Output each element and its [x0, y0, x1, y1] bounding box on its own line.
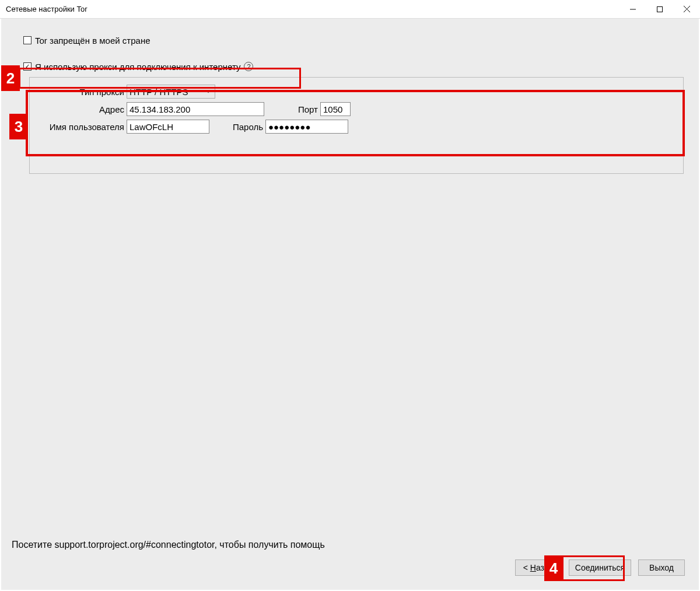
port-label: Порт: [289, 104, 318, 114]
password-label: Пароль: [223, 122, 263, 132]
port-input[interactable]: [320, 102, 351, 116]
use-proxy-label: Я использую прокси для подключения к инт…: [35, 62, 240, 72]
help-icon[interactable]: ?: [244, 62, 253, 71]
annotation-callout-2: 2: [1, 65, 20, 91]
window-controls: [620, 0, 700, 19]
svg-rect-1: [657, 6, 663, 12]
proxy-fieldset: Тип прокси HTTP / HTTPS Адрес Порт Имя п…: [29, 77, 684, 174]
footer-help-text: Посетите support.torproject.org/#connect…: [12, 540, 325, 550]
username-input[interactable]: [127, 120, 209, 134]
username-label: Имя пользователя: [36, 122, 124, 132]
close-button[interactable]: [673, 0, 700, 19]
proxy-type-select[interactable]: HTTP / HTTPS: [127, 85, 215, 99]
content-area: Tor запрещён в моей стране Я использую п…: [1, 19, 699, 590]
address-label: Адрес: [36, 104, 124, 114]
connect-button[interactable]: Соединиться: [569, 559, 631, 576]
use-proxy-row: Я использую прокси для подключения к инт…: [1, 56, 699, 77]
maximize-button[interactable]: [646, 0, 673, 19]
window-title: Сетевые настройки Tor: [6, 5, 88, 13]
proxy-type-label: Тип прокси: [36, 87, 124, 97]
password-input[interactable]: [265, 120, 348, 134]
use-proxy-checkbox[interactable]: [23, 62, 32, 71]
tor-censored-row: Tor запрещён в моей стране: [1, 33, 699, 48]
titlebar: Сетевые настройки Tor: [0, 0, 700, 19]
annotation-callout-4: 4: [544, 555, 563, 581]
tor-censored-checkbox[interactable]: [23, 36, 32, 44]
address-input[interactable]: [127, 102, 264, 116]
tor-censored-label: Tor запрещён в моей стране: [35, 36, 150, 46]
minimize-button[interactable]: [620, 0, 646, 19]
button-bar: < Назад Соединиться Выход: [515, 559, 685, 576]
annotation-callout-3: 3: [9, 114, 28, 139]
exit-button[interactable]: Выход: [638, 559, 685, 576]
